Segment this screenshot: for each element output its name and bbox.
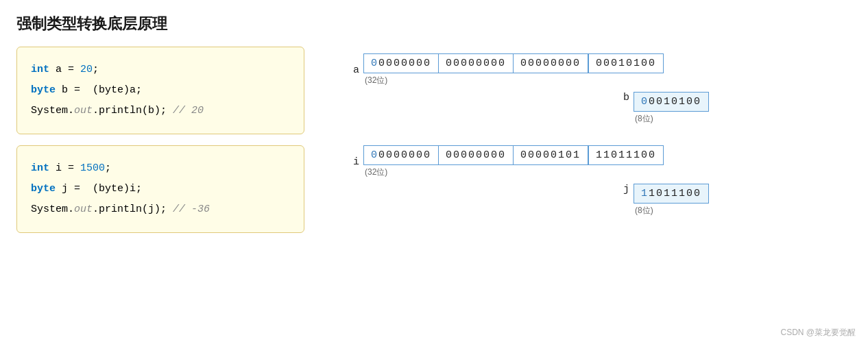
page-title: 强制类型转换底层原理 (16, 14, 852, 34)
i-bits-box-2: 00000000 (439, 146, 514, 164)
i-bits-label: (32位) (365, 167, 664, 178)
code-line-1a: int a = 20; (31, 60, 290, 80)
var-j-label: j (616, 184, 629, 195)
code-block-1: int a = 20; byte b = (byte)a; System.out… (16, 47, 304, 134)
a-bits-box-4: 00010100 (588, 53, 664, 73)
b-bits-label: (8位) (635, 113, 709, 125)
a-bits-row: 00000000 00000000 00000000 00010100 (363, 53, 664, 73)
a-bits-box-3: 00000000 (514, 54, 588, 73)
left-panel: int a = 20; byte b = (byte)a; System.out… (16, 47, 304, 233)
b-bits-box: 00010100 (634, 92, 709, 112)
number-20: 20 (80, 64, 93, 75)
right-panel: a 00000000 00000000 00000000 00010100 (3… (304, 47, 852, 217)
code-line-2c: System.out.println(j); // -36 (31, 199, 290, 220)
i-bits-container: 00000000 00000000 00000101 11011100 (32位… (363, 145, 664, 178)
keyword-int-2: int (31, 162, 49, 174)
a-three-boxes: 00000000 00000000 00000000 (363, 53, 588, 73)
diagram-section-2: i 00000000 00000000 00000101 11011100 (3… (346, 145, 852, 217)
a-bits-box-1: 00000000 (364, 54, 439, 73)
keyword-int-1: int (31, 64, 49, 75)
diagram-row-i: i 00000000 00000000 00000101 11011100 (3… (346, 145, 852, 178)
diagram-row-b: b 00010100 (8位) (346, 92, 852, 125)
code-line-1b: byte b = (byte)a; (31, 80, 290, 101)
number-1500: 1500 (80, 162, 105, 174)
code-block-2: int i = 1500; byte j = (byte)i; System.o… (16, 145, 304, 233)
a-bits-container: 00000000 00000000 00000000 00010100 (32位… (363, 53, 664, 86)
keyword-byte-1: byte (31, 84, 56, 96)
b-spacer: b (346, 92, 634, 103)
diagram-row-a: a 00000000 00000000 00000000 00010100 (3… (346, 53, 852, 86)
watermark: CSDN @菜龙要觉醒 (780, 327, 856, 339)
code-line-1c: System.out.println(b); // 20 (31, 101, 290, 121)
a-bits-box-2: 00000000 (439, 54, 514, 73)
i-bits-box-4: 11011100 (588, 145, 664, 165)
var-b-label: b (616, 92, 629, 103)
i-bits-row: 00000000 00000000 00000101 11011100 (363, 145, 664, 165)
var-a-label: a (346, 64, 359, 76)
var-i-label: i (346, 156, 359, 168)
diagram-row-j: j 11011100 (8位) (346, 184, 852, 217)
j-spacer: j (346, 184, 634, 195)
i-three-boxes: 00000000 00000000 00000101 (363, 145, 588, 165)
diagram-section-1: a 00000000 00000000 00000000 00010100 (3… (346, 53, 852, 125)
b-bits-container: 00010100 (8位) (634, 92, 709, 125)
j-bits-label: (8位) (635, 205, 709, 217)
a-bits-label: (32位) (365, 75, 664, 86)
keyword-byte-2: byte (31, 183, 56, 195)
code-line-2b: byte j = (byte)i; (31, 179, 290, 199)
j-bits-box: 11011100 (634, 184, 709, 204)
i-bits-box-3: 00000101 (514, 146, 588, 164)
j-bits-container: 11011100 (8位) (634, 184, 709, 217)
i-bits-box-1: 00000000 (364, 146, 439, 164)
code-line-2a: int i = 1500; (31, 158, 290, 179)
